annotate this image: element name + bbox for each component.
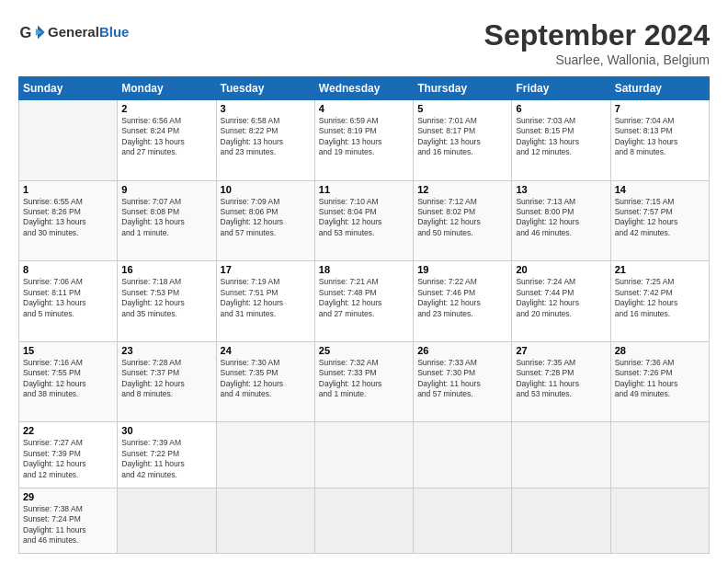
day-number: 19 [417, 264, 507, 275]
table-row: 18Sunrise: 7:21 AMSunset: 7:48 PMDayligh… [314, 261, 413, 342]
table-row: 17Sunrise: 7:19 AMSunset: 7:51 PMDayligh… [216, 261, 314, 342]
day-info: Sunrise: 7:38 AMSunset: 7:24 PMDaylight:… [23, 504, 113, 546]
day-info: Sunrise: 7:03 AMSunset: 8:15 PMDaylight:… [516, 116, 606, 158]
day-info: Sunrise: 7:22 AMSunset: 7:46 PMDaylight:… [417, 277, 507, 319]
col-monday: Monday [118, 77, 216, 100]
day-info: Sunrise: 7:09 AMSunset: 8:06 PMDaylight:… [221, 197, 311, 239]
logo-general: General [48, 24, 99, 40]
day-number: 10 [221, 184, 311, 195]
table-row [414, 422, 512, 488]
table-row: 22Sunrise: 7:27 AMSunset: 7:39 PMDayligh… [19, 422, 118, 488]
table-row [512, 422, 610, 488]
table-row: 30Sunrise: 7:39 AMSunset: 7:22 PMDayligh… [118, 422, 216, 488]
day-number: 13 [516, 184, 606, 195]
table-row: 4Sunrise: 6:59 AMSunset: 8:19 PMDaylight… [314, 100, 413, 181]
day-info: Sunrise: 7:07 AMSunset: 8:08 PMDaylight:… [121, 197, 211, 239]
day-info: Sunrise: 7:39 AMSunset: 7:22 PMDaylight:… [121, 438, 211, 480]
col-wednesday: Wednesday [314, 77, 413, 100]
day-number: 20 [516, 264, 606, 275]
day-number: 14 [615, 184, 705, 195]
day-number: 25 [319, 345, 409, 356]
table-row: 11Sunrise: 7:10 AMSunset: 8:04 PMDayligh… [314, 180, 413, 261]
day-number: 17 [221, 264, 311, 275]
day-number: 3 [221, 103, 311, 114]
day-number: 29 [23, 491, 113, 502]
location: Suarlee, Wallonia, Belgium [484, 52, 710, 67]
day-info: Sunrise: 7:06 AMSunset: 8:11 PMDaylight:… [23, 277, 113, 319]
day-info: Sunrise: 6:55 AMSunset: 8:26 PMDaylight:… [23, 197, 113, 239]
day-number: 8 [23, 264, 113, 275]
day-info: Sunrise: 7:36 AMSunset: 7:26 PMDaylight:… [615, 358, 705, 400]
day-info: Sunrise: 6:58 AMSunset: 8:22 PMDaylight:… [221, 116, 311, 158]
calendar-week-row: 1Sunrise: 6:55 AMSunset: 8:26 PMDaylight… [19, 180, 710, 261]
table-row [610, 488, 709, 553]
day-info: Sunrise: 7:13 AMSunset: 8:00 PMDaylight:… [516, 197, 606, 239]
table-row [118, 488, 216, 553]
day-info: Sunrise: 7:04 AMSunset: 8:13 PMDaylight:… [615, 116, 705, 158]
col-friday: Friday [512, 77, 610, 100]
table-row: 23Sunrise: 7:28 AMSunset: 7:37 PMDayligh… [118, 341, 216, 422]
calendar-header-row: Sunday Monday Tuesday Wednesday Thursday… [19, 77, 710, 100]
day-info: Sunrise: 7:24 AMSunset: 7:44 PMDaylight:… [516, 277, 606, 319]
day-number: 21 [615, 264, 705, 275]
day-info: Sunrise: 7:16 AMSunset: 7:55 PMDaylight:… [23, 358, 113, 400]
col-thursday: Thursday [414, 77, 512, 100]
table-row: 29Sunrise: 7:38 AMSunset: 7:24 PMDayligh… [19, 488, 118, 553]
calendar-week-row: 29Sunrise: 7:38 AMSunset: 7:24 PMDayligh… [19, 488, 710, 553]
day-info: Sunrise: 7:12 AMSunset: 8:02 PMDaylight:… [417, 197, 507, 239]
day-info: Sunrise: 7:19 AMSunset: 7:51 PMDaylight:… [221, 277, 311, 319]
day-info: Sunrise: 6:59 AMSunset: 8:19 PMDaylight:… [319, 116, 409, 158]
day-info: Sunrise: 7:28 AMSunset: 7:37 PMDaylight:… [121, 358, 211, 400]
day-number: 4 [319, 103, 409, 114]
table-row: 7Sunrise: 7:04 AMSunset: 8:13 PMDaylight… [610, 100, 709, 181]
day-info: Sunrise: 7:35 AMSunset: 7:28 PMDaylight:… [516, 358, 606, 400]
logo: G GeneralBlue [18, 18, 129, 46]
day-number: 16 [121, 264, 211, 275]
col-tuesday: Tuesday [216, 77, 314, 100]
table-row: 25Sunrise: 7:32 AMSunset: 7:33 PMDayligh… [314, 341, 413, 422]
table-row: 6Sunrise: 7:03 AMSunset: 8:15 PMDaylight… [512, 100, 610, 181]
header: G GeneralBlue September 2024 Suarlee, Wa… [18, 18, 710, 67]
table-row [610, 422, 709, 488]
day-info: Sunrise: 6:56 AMSunset: 8:24 PMDaylight:… [121, 116, 211, 158]
day-number: 1 [23, 184, 113, 195]
table-row: 16Sunrise: 7:18 AMSunset: 7:53 PMDayligh… [118, 261, 216, 342]
table-row [314, 422, 413, 488]
day-number: 15 [23, 345, 113, 356]
calendar-week-row: 22Sunrise: 7:27 AMSunset: 7:39 PMDayligh… [19, 422, 710, 488]
calendar-week-row: 15Sunrise: 7:16 AMSunset: 7:55 PMDayligh… [19, 341, 710, 422]
table-row: 24Sunrise: 7:30 AMSunset: 7:35 PMDayligh… [216, 341, 314, 422]
day-number: 22 [23, 425, 113, 436]
day-number: 26 [417, 345, 507, 356]
table-row: 15Sunrise: 7:16 AMSunset: 7:55 PMDayligh… [19, 341, 118, 422]
table-row [216, 488, 314, 553]
table-row: 27Sunrise: 7:35 AMSunset: 7:28 PMDayligh… [512, 341, 610, 422]
table-row: 8Sunrise: 7:06 AMSunset: 8:11 PMDaylight… [19, 261, 118, 342]
title-area: September 2024 Suarlee, Wallonia, Belgiu… [484, 18, 710, 67]
day-number: 18 [319, 264, 409, 275]
table-row: 3Sunrise: 6:58 AMSunset: 8:22 PMDaylight… [216, 100, 314, 181]
col-saturday: Saturday [610, 77, 709, 100]
day-number: 28 [615, 345, 705, 356]
calendar-week-row: 8Sunrise: 7:06 AMSunset: 8:11 PMDaylight… [19, 261, 710, 342]
month-title: September 2024 [484, 18, 710, 52]
table-row: 28Sunrise: 7:36 AMSunset: 7:26 PMDayligh… [610, 341, 709, 422]
day-info: Sunrise: 7:15 AMSunset: 7:57 PMDaylight:… [615, 197, 705, 239]
day-info: Sunrise: 7:10 AMSunset: 8:04 PMDaylight:… [319, 197, 409, 239]
table-row [314, 488, 413, 553]
table-row: 10Sunrise: 7:09 AMSunset: 8:06 PMDayligh… [216, 180, 314, 261]
day-number: 23 [121, 345, 211, 356]
svg-text:G: G [20, 24, 32, 40]
table-row: 13Sunrise: 7:13 AMSunset: 8:00 PMDayligh… [512, 180, 610, 261]
day-info: Sunrise: 7:21 AMSunset: 7:48 PMDaylight:… [319, 277, 409, 319]
day-info: Sunrise: 7:32 AMSunset: 7:33 PMDaylight:… [319, 358, 409, 400]
calendar-table: Sunday Monday Tuesday Wednesday Thursday… [18, 76, 710, 554]
day-number: 5 [417, 103, 507, 114]
calendar-week-row: 2Sunrise: 6:56 AMSunset: 8:24 PMDaylight… [19, 100, 710, 181]
table-row: 9Sunrise: 7:07 AMSunset: 8:08 PMDaylight… [118, 180, 216, 261]
day-number: 27 [516, 345, 606, 356]
day-number: 30 [121, 425, 211, 436]
table-row [19, 100, 118, 181]
table-row: 26Sunrise: 7:33 AMSunset: 7:30 PMDayligh… [414, 341, 512, 422]
table-row: 1Sunrise: 6:55 AMSunset: 8:26 PMDaylight… [19, 180, 118, 261]
